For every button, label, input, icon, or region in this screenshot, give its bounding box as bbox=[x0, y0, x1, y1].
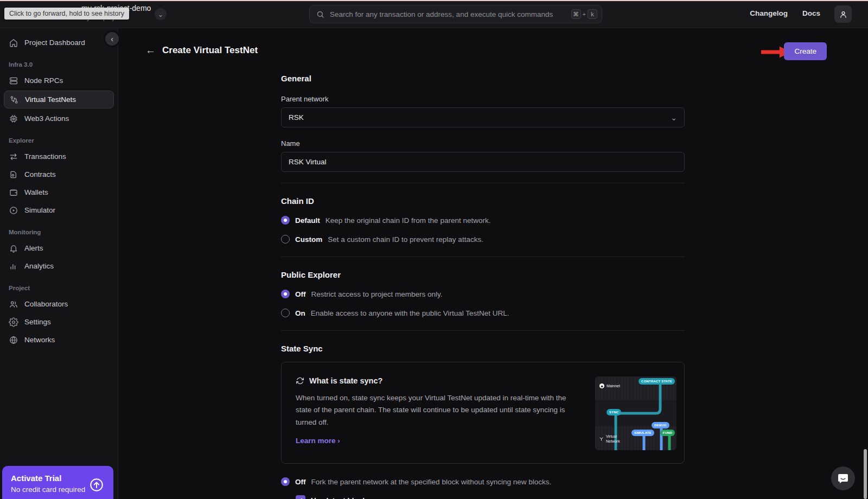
sync-info-body: When turned on, state sync keeps your Vi… bbox=[296, 392, 581, 428]
docs-link[interactable]: Docs bbox=[802, 9, 820, 17]
option-desc: Set a custom chain ID to prevent replay … bbox=[328, 235, 483, 244]
sidebar-item-label: Collaborators bbox=[24, 300, 68, 308]
sidebar-item-virtual-testnets[interactable]: Virtual TestNets bbox=[4, 91, 114, 108]
server-icon bbox=[9, 76, 18, 86]
sidebar-item-label: Wallets bbox=[24, 188, 48, 196]
sidebar-section-label: Infra 3.0 bbox=[0, 61, 118, 68]
vertical-scrollbar[interactable] bbox=[864, 449, 867, 499]
sidebar-item-alerts[interactable]: Alerts bbox=[0, 239, 118, 257]
divider bbox=[281, 183, 685, 183]
project-chevron-down-icon[interactable]: ⌄ bbox=[155, 8, 167, 20]
mainnet-label: Mainnet bbox=[607, 384, 620, 388]
home-icon bbox=[9, 38, 18, 48]
option-label: Off bbox=[295, 478, 306, 486]
create-button[interactable]: Create bbox=[784, 42, 827, 60]
chat-widget-button[interactable] bbox=[831, 466, 855, 490]
sidebar: ‹ Project Dashboard Infra 3.0 Node RPCs … bbox=[0, 28, 118, 499]
radio-unselected-icon[interactable] bbox=[281, 309, 290, 317]
sidebar-section-label: Explorer bbox=[0, 137, 118, 144]
radio-unselected-icon[interactable] bbox=[281, 235, 290, 244]
state-sync-info-card: What is state sync? When turned on, stat… bbox=[281, 362, 685, 464]
checkbox-label: Use latest block bbox=[311, 496, 367, 499]
person-icon bbox=[839, 10, 848, 19]
option-label: Custom bbox=[295, 235, 322, 244]
activate-trial-banner[interactable]: Activate Trial No credit card required bbox=[2, 466, 113, 499]
transactions-icon bbox=[9, 152, 18, 162]
sidebar-item-project-dashboard[interactable]: Project Dashboard bbox=[0, 34, 118, 52]
sidebar-item-web3-actions[interactable]: Web3 Actions bbox=[0, 110, 118, 127]
sidebar-item-label: Alerts bbox=[24, 244, 43, 252]
wallet-icon bbox=[9, 188, 18, 197]
play-circle-icon bbox=[9, 206, 18, 215]
sidebar-item-collaborators[interactable]: Collaborators bbox=[0, 295, 118, 313]
debug-badge: DEBUG bbox=[652, 422, 669, 428]
sidebar-collapse-button[interactable]: ‹ bbox=[105, 32, 119, 46]
contract-state-badge: CONTRACT STATE bbox=[639, 378, 675, 385]
radio-selected-icon[interactable] bbox=[281, 477, 290, 486]
cpu-icon bbox=[9, 114, 18, 124]
search-input[interactable] bbox=[330, 10, 571, 18]
sidebar-item-contracts[interactable]: Contracts bbox=[0, 165, 118, 183]
parent-network-value: RSK bbox=[289, 113, 671, 121]
app-window: my-rsk-project-demo my-rsk-project ⌄ ⌘ +… bbox=[0, 0, 868, 499]
sidebar-item-label: Simulator bbox=[24, 206, 55, 214]
mainnet-icon: ◆ bbox=[599, 383, 604, 388]
sidebar-item-simulator[interactable]: Simulator bbox=[0, 201, 118, 219]
chain-id-custom-option[interactable]: Custom Set a custom chain ID to prevent … bbox=[281, 235, 685, 244]
virtual-testnets-icon bbox=[9, 95, 19, 105]
bar-chart-icon bbox=[9, 261, 18, 271]
chain-id-default-option[interactable]: Default Keep the original chain ID from … bbox=[281, 216, 685, 225]
public-explorer-off-option[interactable]: Off Restrict access to project members o… bbox=[281, 290, 685, 298]
sidebar-item-analytics[interactable]: Analytics bbox=[0, 257, 118, 275]
meta-key-icon: ⌘ bbox=[571, 9, 581, 19]
parent-network-label: Parent network bbox=[281, 95, 685, 103]
chat-bubble-icon bbox=[837, 472, 850, 485]
checkbox-checked-icon[interactable]: ✓ bbox=[296, 495, 305, 499]
history-tooltip: Click to go forward, hold to see history bbox=[4, 8, 129, 20]
k-key-icon: k bbox=[588, 9, 597, 19]
sidebar-item-label: Analytics bbox=[24, 262, 54, 270]
chevron-right-icon: › bbox=[337, 437, 340, 445]
option-label: On bbox=[295, 309, 305, 317]
sidebar-item-transactions[interactable]: Transactions bbox=[0, 148, 118, 165]
state-sync-off-option[interactable]: Off Fork the parent network at the speci… bbox=[281, 477, 685, 486]
option-desc: Keep the original chain ID from the pare… bbox=[326, 216, 491, 225]
sidebar-item-label: Networks bbox=[24, 336, 55, 344]
page-title: Create Virtual TestNet bbox=[162, 45, 258, 56]
gear-icon bbox=[9, 317, 18, 327]
learn-more-link[interactable]: Learn more › bbox=[296, 437, 581, 445]
sidebar-item-label: Contracts bbox=[24, 170, 56, 178]
divider bbox=[281, 330, 685, 331]
account-button[interactable] bbox=[834, 5, 852, 23]
radio-selected-icon[interactable] bbox=[281, 290, 290, 298]
parent-network-select[interactable]: RSK ⌄ bbox=[281, 107, 685, 127]
sidebar-item-node-rpcs[interactable]: Node RPCs bbox=[0, 72, 118, 89]
sidebar-item-label: Virtual TestNets bbox=[25, 95, 76, 104]
public-explorer-on-option[interactable]: On Enable access to anyone with the publ… bbox=[281, 309, 685, 317]
changelog-link[interactable]: Changelog bbox=[750, 9, 788, 17]
sync-info-title: What is state sync? bbox=[309, 376, 382, 385]
radio-selected-icon[interactable] bbox=[281, 216, 290, 225]
divider bbox=[281, 257, 685, 257]
sidebar-section-label: Monitoring bbox=[0, 229, 118, 235]
fund-badge: FUND bbox=[660, 430, 675, 436]
arrow-up-circle-icon bbox=[88, 477, 105, 495]
top-bar: my-rsk-project-demo my-rsk-project ⌄ ⌘ +… bbox=[0, 0, 868, 28]
users-icon bbox=[9, 299, 18, 309]
state-sync-heading: State Sync bbox=[281, 344, 685, 353]
name-input[interactable] bbox=[281, 152, 685, 172]
sidebar-item-settings[interactable]: Settings bbox=[0, 313, 118, 331]
global-search[interactable]: ⌘ + k bbox=[309, 5, 602, 23]
sidebar-item-label: Web3 Actions bbox=[24, 114, 69, 123]
back-arrow-button[interactable]: ← bbox=[145, 44, 156, 56]
contract-file-icon bbox=[9, 170, 18, 180]
sidebar-item-networks[interactable]: Networks bbox=[0, 331, 118, 349]
search-icon bbox=[316, 10, 324, 18]
option-desc: Fork the parent network at the specified… bbox=[311, 478, 552, 486]
use-latest-block-option[interactable]: ✓ Use latest block bbox=[296, 495, 685, 499]
sidebar-item-wallets[interactable]: Wallets bbox=[0, 183, 118, 201]
virtual-network-label-2: Network bbox=[606, 439, 620, 443]
plus-sign: + bbox=[583, 11, 586, 17]
public-explorer-heading: Public Explorer bbox=[281, 270, 685, 279]
create-testnet-form: General Parent network RSK ⌄ Name Chain … bbox=[281, 28, 685, 499]
